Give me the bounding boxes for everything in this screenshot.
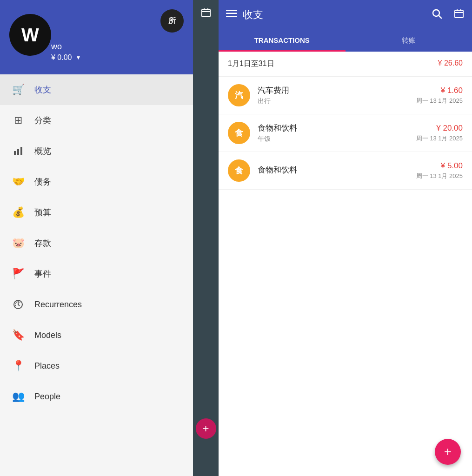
transaction-subtitle: 出行 [258, 97, 409, 106]
left-panel: W wo ¥ 0.00 ▼ 所 🛒 收支 ⊞ 分类 概览 🤝 债务 [0, 0, 193, 476]
mini-calendar-icon[interactable] [200, 7, 212, 21]
transaction-date: 周一 13 1月 2025 [416, 172, 463, 180]
sidebar-item-budget[interactable]: 💰 预算 [0, 197, 193, 228]
svg-line-12 [439, 16, 442, 19]
transaction-avatar: 食 [228, 122, 250, 144]
avatar: W [9, 14, 51, 56]
transaction-right: ¥ 5.00 周一 13 1月 2025 [416, 161, 463, 180]
tabs-bar: TRANSACTIONS 转账 [219, 30, 472, 52]
svg-rect-4 [202, 9, 210, 17]
add-transaction-button[interactable]: + [435, 439, 461, 465]
handshake-icon: 🤝 [11, 175, 25, 189]
sidebar-item-places[interactable]: 📍 Places [0, 350, 193, 381]
date-range-bar: 1月1日至31日 ¥ 26.60 [219, 52, 472, 77]
svg-rect-13 [455, 10, 463, 18]
sidebar-item-label: 债务 [34, 176, 51, 187]
piggy-icon: 🐷 [11, 236, 25, 250]
date-range-total: ¥ 26.60 [438, 59, 463, 69]
svg-rect-2 [20, 147, 22, 155]
right-panel: 收支 TRANSACTIONS 转账 1月1日至31日 ¥ 26.60 汽 汽车… [219, 0, 472, 476]
tab-transactions[interactable]: TRANSACTIONS [219, 30, 346, 52]
transaction-amount: ¥ 1.60 [416, 86, 463, 95]
profile-balance: ¥ 0.00 ▼ [51, 53, 81, 62]
transaction-right: ¥ 20.00 周一 13 1月 2025 [416, 124, 463, 143]
sidebar-item-label: Models [34, 331, 61, 340]
menu-icon[interactable] [226, 8, 237, 22]
svg-rect-8 [226, 10, 237, 11]
sidebar-item-debts[interactable]: 🤝 债务 [0, 166, 193, 197]
sidebar-item-models[interactable]: 🔖 Models [0, 320, 193, 350]
transaction-subtitle: 午饭 [258, 135, 409, 143]
sidebar-item-savings[interactable]: 🐷 存款 [0, 228, 193, 258]
sidebar-item-transactions[interactable]: 🛒 收支 [0, 74, 193, 105]
transaction-info: 食物和饮料 [258, 165, 409, 177]
bookmark-icon: 🔖 [11, 328, 25, 342]
transaction-title: 食物和饮料 [258, 165, 409, 175]
transaction-title: 汽车费用 [258, 85, 409, 96]
sidebar-item-label: 预算 [34, 207, 51, 218]
transaction-info: 食物和饮料 午饭 [258, 123, 409, 143]
right-header: 收支 [219, 0, 472, 30]
cart-icon: 🛒 [11, 83, 25, 97]
recurrence-icon [11, 298, 25, 311]
svg-rect-10 [226, 16, 237, 17]
sidebar-item-label: Recurrences [34, 300, 82, 310]
table-row[interactable]: 食 食物和饮料 午饭 ¥ 20.00 周一 13 1月 2025 [219, 114, 472, 152]
sidebar-item-label: Places [34, 361, 60, 371]
sidebar-item-label: 概览 [34, 145, 51, 157]
profile-info: wo ¥ 0.00 ▼ [51, 42, 81, 62]
sidebar-item-overview[interactable]: 概览 [0, 136, 193, 166]
transaction-date: 周一 13 1月 2025 [416, 134, 463, 143]
sidebar-item-people[interactable]: 👥 People [0, 381, 193, 412]
sidebar-item-label: 事件 [34, 268, 51, 279]
transaction-right: ¥ 1.60 周一 13 1月 2025 [416, 86, 463, 105]
tab-transfer[interactable]: 转账 [346, 30, 472, 52]
svg-rect-9 [226, 13, 237, 14]
money-icon: 💰 [11, 205, 25, 219]
transaction-avatar: 食 [228, 159, 250, 182]
transaction-amount: ¥ 20.00 [416, 124, 463, 133]
page-title: 收支 [243, 8, 420, 22]
date-range-label: 1月1日至31日 [228, 59, 274, 69]
sidebar-item-recurrences[interactable]: Recurrences [0, 289, 193, 320]
transaction-title: 食物和饮料 [258, 123, 409, 133]
svg-rect-0 [14, 151, 16, 155]
middle-strip: + [193, 0, 219, 476]
search-icon[interactable] [431, 8, 442, 22]
middle-add-button[interactable]: + [196, 418, 216, 439]
profile-header: W wo ¥ 0.00 ▼ 所 [0, 0, 193, 74]
chart-icon [11, 144, 25, 158]
location-icon: 📍 [11, 359, 25, 373]
people-icon: 👥 [11, 390, 25, 403]
transactions-list: 汽 汽车费用 出行 ¥ 1.60 周一 13 1月 2025 食 食物和饮料 午… [219, 77, 472, 476]
all-accounts-badge[interactable]: 所 [160, 9, 184, 33]
transaction-date: 周一 13 1月 2025 [416, 97, 463, 105]
svg-rect-1 [17, 149, 19, 155]
transaction-amount: ¥ 5.00 [416, 161, 463, 171]
profile-name: wo [51, 42, 81, 52]
transaction-avatar: 汽 [228, 84, 250, 106]
sidebar-item-label: 存款 [34, 238, 51, 249]
nav-list: 🛒 收支 ⊞ 分类 概览 🤝 债务 💰 预算 🐷 存款 🚩 事件 [0, 74, 193, 476]
table-row[interactable]: 汽 汽车费用 出行 ¥ 1.60 周一 13 1月 2025 [219, 77, 472, 114]
flag-icon: 🚩 [11, 267, 25, 281]
sidebar-item-label: 收支 [34, 84, 51, 95]
calendar-icon[interactable] [453, 8, 465, 22]
sidebar-item-label: 分类 [34, 115, 51, 126]
sidebar-item-label: People [34, 392, 60, 402]
grid-icon: ⊞ [11, 113, 25, 127]
table-row[interactable]: 食 食物和饮料 ¥ 5.00 周一 13 1月 2025 [219, 152, 472, 190]
dropdown-arrow-icon[interactable]: ▼ [75, 54, 81, 61]
sidebar-item-categories[interactable]: ⊞ 分类 [0, 105, 193, 136]
sidebar-item-events[interactable]: 🚩 事件 [0, 258, 193, 289]
transaction-info: 汽车费用 出行 [258, 85, 409, 106]
